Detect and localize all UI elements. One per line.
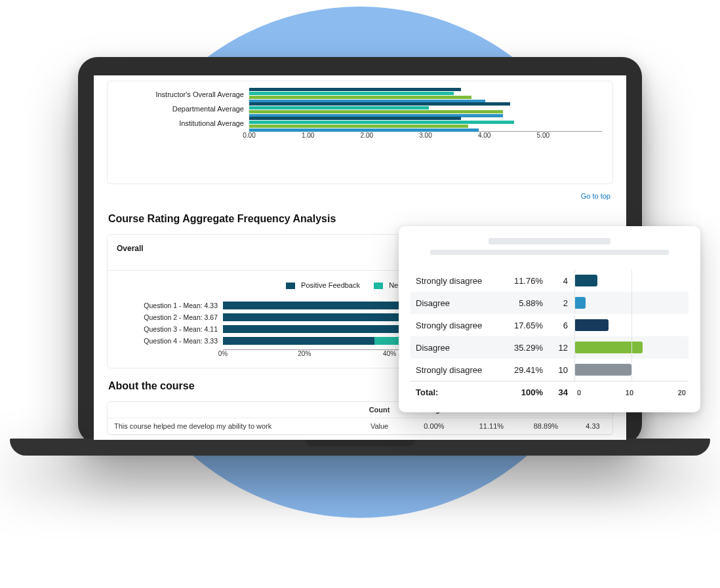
avg-tick: 1.00 bbox=[279, 132, 338, 139]
avg-label-department: Departmental Average bbox=[118, 105, 249, 113]
distribution-count: 10 bbox=[548, 365, 574, 375]
stacked-seg-pos bbox=[223, 337, 374, 345]
avg-bar bbox=[249, 110, 503, 113]
avg-bar bbox=[249, 96, 471, 99]
distribution-count: 6 bbox=[548, 321, 574, 330]
skeleton-line bbox=[430, 250, 670, 255]
stacked-label: Question 2 - Mean: 3.67 bbox=[118, 313, 223, 321]
averages-chart: Instructor's Overall Average Departmenta… bbox=[118, 88, 602, 173]
avg-tick: 4.00 bbox=[455, 132, 514, 139]
about-row-c2: 11.11% bbox=[464, 418, 519, 435]
stacked-label: Question 4 - Mean: 3.33 bbox=[118, 337, 223, 345]
distribution-bar-cell bbox=[574, 269, 689, 292]
distribution-bar-cell bbox=[574, 292, 689, 314]
avg-tick: 5.00 bbox=[514, 132, 573, 139]
avg-label-instructor: Instructor's Overall Average bbox=[118, 90, 249, 98]
avg-row-institution: Institutional Average bbox=[118, 117, 602, 130]
stacked-label: Question 1 - Mean: 4.33 bbox=[118, 302, 223, 309]
distribution-label: Disagree bbox=[410, 298, 502, 308]
response-distribution-card: Strongly disagree11.76%4Disagree5.88%2St… bbox=[399, 226, 700, 412]
distribution-row: Disagree35.29%12 bbox=[410, 336, 689, 359]
about-row-c3: 88.89% bbox=[519, 418, 573, 435]
stacked-label: Question 3 - Mean: 4.11 bbox=[118, 325, 223, 333]
distribution-row: Strongly disagree29.41%10 bbox=[410, 359, 689, 381]
about-row-neg: 0.00% bbox=[404, 418, 464, 435]
avg-bar bbox=[249, 121, 514, 124]
avg-row-instructor: Instructor's Overall Average bbox=[118, 88, 602, 101]
avg-bar bbox=[249, 88, 461, 91]
distribution-bar-cell bbox=[574, 314, 689, 336]
distribution-count: 12 bbox=[548, 343, 574, 353]
avg-tick: 2.00 bbox=[338, 132, 397, 139]
distribution-total-row: Total: 100% 34 0 10 20 bbox=[410, 381, 689, 403]
avg-axis: 0.00 1.00 2.00 3.00 4.00 5.00 bbox=[249, 131, 602, 139]
about-row-text: This course helped me develop my ability… bbox=[108, 418, 355, 435]
avg-tick: 3.00 bbox=[396, 132, 455, 139]
laptop-base bbox=[10, 439, 710, 456]
avg-bar bbox=[249, 106, 429, 109]
avg-bar bbox=[249, 102, 510, 106]
distribution-row: Strongly disagree11.76%4 bbox=[410, 269, 689, 292]
about-th-blank bbox=[108, 402, 355, 418]
distribution-label: Strongly disagree bbox=[410, 276, 502, 286]
distribution-rows: Strongly disagree11.76%4Disagree5.88%2St… bbox=[410, 269, 689, 381]
skeleton-line bbox=[489, 238, 611, 245]
total-label: Total: bbox=[410, 387, 502, 397]
go-to-top-wrap: Go to top bbox=[110, 189, 610, 201]
distribution-pct: 5.88% bbox=[502, 298, 548, 308]
section-title-frequency: Course Rating Aggregate Frequency Analys… bbox=[108, 213, 613, 225]
about-row-count: Value bbox=[355, 418, 404, 435]
averages-chart-card: Instructor's Overall Average Departmenta… bbox=[107, 81, 613, 184]
stacked-tick: 20% bbox=[298, 350, 311, 357]
avg-tick: 0.00 bbox=[220, 132, 279, 139]
about-row: This course helped me develop my ability… bbox=[108, 418, 612, 435]
distribution-row: Strongly disagree17.65%6 bbox=[410, 314, 689, 336]
total-pct: 100% bbox=[502, 387, 548, 397]
about-row-c4: 4.33 bbox=[573, 418, 612, 435]
total-count: 34 bbox=[548, 387, 574, 397]
stacked-tick: 40% bbox=[383, 350, 396, 357]
distribution-pct: 35.29% bbox=[502, 343, 548, 353]
avg-row-department: Departmental Average bbox=[118, 102, 602, 115]
avg-bar bbox=[249, 92, 454, 95]
distribution-bar-cell bbox=[574, 336, 689, 359]
legend-label-positive: Positive Feedback bbox=[301, 281, 360, 289]
stacked-tick: 0% bbox=[218, 350, 228, 357]
overlay-axis-tick: 10 bbox=[626, 389, 633, 397]
avg-bar bbox=[249, 125, 468, 128]
distribution-pct: 11.76% bbox=[502, 276, 548, 286]
about-th-count: Count bbox=[355, 402, 404, 418]
legend-swatch-neutral bbox=[374, 283, 383, 289]
distribution-pct: 29.41% bbox=[502, 365, 548, 375]
distribution-count: 4 bbox=[548, 276, 574, 286]
distribution-count: 2 bbox=[548, 298, 574, 308]
avg-label-institution: Institutional Average bbox=[118, 119, 249, 127]
go-to-top-link[interactable]: Go to top bbox=[581, 192, 610, 200]
avg-bar bbox=[249, 117, 461, 120]
distribution-row: Disagree5.88%2 bbox=[410, 292, 689, 314]
distribution-bar-cell bbox=[574, 359, 689, 381]
overlay-axis-tick: 0 bbox=[577, 389, 581, 397]
overlay-axis-tick: 20 bbox=[678, 389, 686, 397]
distribution-pct: 17.65% bbox=[502, 321, 548, 330]
distribution-label: Strongly disagree bbox=[410, 321, 502, 330]
legend-swatch-positive bbox=[286, 283, 295, 289]
distribution-label: Strongly disagree bbox=[410, 365, 502, 375]
distribution-label: Disagree bbox=[410, 343, 502, 353]
